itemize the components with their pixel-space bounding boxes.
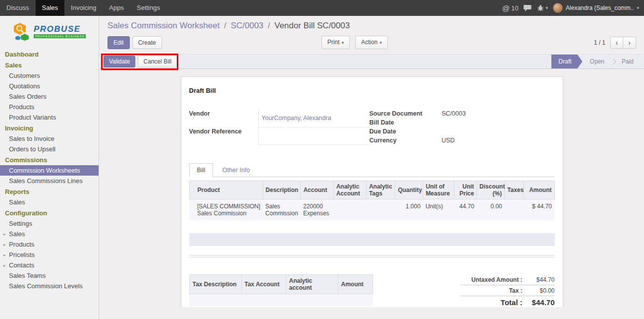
menu-invoicing[interactable]: Invoicing	[64, 0, 103, 16]
status-step-open: Open	[583, 55, 612, 68]
sidebar-item-orders-to-upsell[interactable]: Orders to Upsell	[0, 144, 99, 154]
sidebar-item-label: Pricelists	[9, 251, 35, 258]
col-tax-account: Tax Account	[241, 275, 286, 294]
print-label: Print	[327, 39, 340, 46]
cancel-bill-button[interactable]: Cancel Bill	[138, 56, 177, 67]
untaxed-amount-label: Untaxed Amount :	[461, 276, 528, 283]
sidebar-section-reports[interactable]: Reports	[0, 186, 99, 197]
breadcrumb-worksheet-link[interactable]: Sales Commission Worksheet	[107, 21, 219, 30]
sidebar-item-label: Sales	[9, 230, 25, 238]
page-title: Draft Bill	[189, 87, 555, 94]
systray-area: @ 10 ▾ Alexandra (Sales_comm.. ▾	[502, 0, 644, 16]
sidebar-section-commissions[interactable]: Commissions	[0, 154, 99, 165]
status-step-paid: Paid	[614, 55, 641, 68]
debug-menu[interactable]: ▾	[537, 4, 548, 11]
currency-label: Currency	[370, 136, 439, 145]
due-date-value[interactable]	[439, 127, 555, 136]
control-panel: Sales Commission Worksheet / SC/0003 / V…	[100, 16, 644, 49]
sidebar-item-quotations[interactable]: Quotations	[0, 81, 99, 91]
validate-button[interactable]: Validate	[104, 56, 135, 67]
sidebar-item-pricelists[interactable]: ▸Pricelists	[0, 250, 99, 260]
sidebar-item-config-sales[interactable]: ▸Sales	[0, 229, 99, 239]
status-step-draft: Draft	[551, 55, 583, 68]
bottom-section: Tax Description Tax Account Analytic acc…	[189, 274, 555, 307]
sidebar-item-sales-commissions-lines[interactable]: Sales Commissions Lines	[0, 176, 99, 186]
invoice-lines-table: Product Description Account Analytic Acc…	[189, 181, 555, 220]
cell-taxes	[505, 199, 524, 221]
field-groups: Vendor YourCompany, Alexandra Vendor Ref…	[189, 109, 555, 145]
vendor-value-link[interactable]: YourCompany, Alexandra	[259, 109, 370, 127]
col-quantity: Quantity	[395, 181, 423, 199]
currency-value: USD	[439, 136, 555, 145]
cell-account: 220000 Expenses	[301, 199, 333, 221]
action-dropdown-button[interactable]: Action▾	[355, 36, 388, 49]
sidebar-item-sales-to-invoice[interactable]: Sales to Invoice	[0, 133, 99, 144]
menu-apps[interactable]: Apps	[103, 0, 130, 16]
table-header-row: Product Description Account Analytic Acc…	[189, 181, 554, 199]
spacer	[189, 246, 555, 255]
sidebar-section-sales[interactable]: Sales	[0, 60, 99, 70]
sidebar-item-customers[interactable]: Customers	[0, 70, 99, 81]
empty-line-band	[189, 233, 555, 246]
sidebar-item-reports-sales[interactable]: Sales	[0, 197, 99, 207]
breadcrumb-separator: /	[266, 21, 272, 30]
pager-previous-button[interactable]: ‹	[610, 37, 623, 49]
total-label: Total :	[461, 298, 528, 307]
col-tax-analytic-account: Analytic account	[286, 275, 338, 294]
sidebar-item-products[interactable]: Products	[0, 102, 99, 112]
col-unit-price: Unit Price	[454, 181, 477, 199]
source-document-value: SC/0003	[439, 109, 555, 118]
sidebar-section-invoicing[interactable]: Invoicing	[0, 123, 99, 133]
form-sheet: Draft Bill Vendor YourCompany, Alexandra…	[181, 76, 563, 307]
breadcrumb-sc0003-link[interactable]: SC/0003	[231, 21, 264, 30]
tax-value: $0.00	[528, 287, 555, 294]
user-menu[interactable]: Alexandra (Sales_comm.. ▾	[553, 3, 639, 13]
mention-counter[interactable]: @ 10	[502, 4, 519, 12]
mention-count: 10	[511, 4, 518, 12]
breadcrumb-separator: /	[222, 21, 228, 30]
sidebar-section-dashboard[interactable]: Dashboard	[0, 49, 99, 60]
create-button[interactable]: Create	[132, 36, 162, 49]
mention-icon: @	[502, 4, 510, 12]
sidebar: PROBUSE PROFESSIONAL BUSINESS Dashboard …	[0, 16, 99, 319]
caret-down-icon: ▾	[379, 40, 382, 45]
bill-date-value[interactable]	[439, 118, 555, 127]
sidebar-item-contacts[interactable]: ▸Contacts	[0, 260, 99, 270]
expand-arrow-icon: ▸	[3, 241, 6, 249]
edit-button[interactable]: Edit	[107, 36, 130, 49]
cell-product: [SALES COMMISSION] Sales Commission	[189, 199, 263, 221]
pager: 1 / 1 ‹ ›	[594, 37, 636, 49]
sidebar-item-product-variants[interactable]: Product Variants	[0, 112, 99, 123]
pager-next-button[interactable]: ›	[623, 37, 636, 49]
menu-settings[interactable]: Settings	[130, 0, 166, 16]
bug-icon	[537, 4, 544, 11]
menu-discuss[interactable]: Discuss	[0, 0, 36, 16]
col-account: Account	[301, 181, 333, 199]
tab-bill[interactable]: Bill	[189, 163, 214, 177]
sidebar-item-config-products[interactable]: ▸Products	[0, 239, 99, 250]
tax-area: Tax Description Tax Account Analytic acc…	[189, 274, 373, 307]
menu-sales[interactable]: Sales	[36, 0, 65, 16]
caret-down-icon: ▾	[546, 5, 548, 10]
sidebar-item-label: Contacts	[9, 261, 34, 269]
sidebar-item-sales-orders[interactable]: Sales Orders	[0, 91, 99, 102]
sidebar-item-sales-teams[interactable]: Sales Teams	[0, 270, 99, 281]
sidebar-item-commission-worksheets[interactable]: Commission Worksheets	[0, 165, 99, 176]
table-row[interactable]: [SALES COMMISSION] Sales Commission Sale…	[189, 199, 554, 221]
expand-arrow-icon: ▸	[3, 252, 6, 259]
chevron-left-icon: ‹	[616, 39, 618, 47]
sidebar-item-sales-commission-levels[interactable]: Sales Commission Levels	[0, 281, 99, 291]
caret-down-icon: ▾	[341, 40, 344, 45]
sidebar-item-settings[interactable]: Settings	[0, 218, 99, 229]
chevron-right-icon: ›	[628, 39, 631, 47]
vendor-reference-label: Vendor Reference	[189, 127, 259, 144]
print-dropdown-button[interactable]: Print▾	[322, 36, 350, 49]
sidebar-section-configuration[interactable]: Configuration	[0, 207, 99, 218]
messages-button[interactable]	[524, 4, 532, 12]
vendor-reference-value[interactable]	[259, 127, 370, 144]
tab-other-info[interactable]: Other Info	[215, 164, 258, 177]
col-analytic-tags: Analytic Tags	[366, 181, 395, 199]
col-discount: Discount (%)	[477, 181, 504, 199]
user-name: Alexandra (Sales_comm..	[566, 4, 634, 11]
spacer	[189, 220, 555, 233]
